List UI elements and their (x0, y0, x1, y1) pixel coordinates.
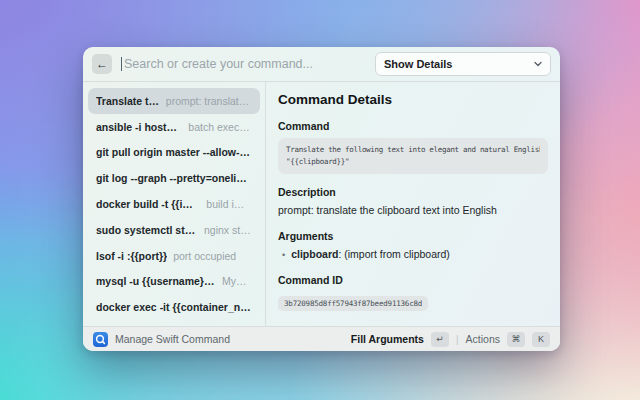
arrow-left-icon: ← (96, 57, 108, 71)
command-title: mysql -u {{username}} -p -... (96, 275, 216, 287)
manage-app-label[interactable]: Manage Swift Command (115, 333, 230, 345)
command-list: Translate the...prompt: translate th...a… (83, 82, 266, 326)
command-title: git pull origin master --allow-unrelat..… (96, 146, 252, 158)
search-field-wrap (121, 57, 366, 71)
command-code-block: Translate the following text into elegan… (278, 138, 548, 174)
command-details-panel: Command Details Command Translate the fo… (266, 82, 560, 326)
command-key-badge: ⌘ (507, 332, 525, 347)
command-id-value: 3b720985d8ff57943f87beed91136c8d (278, 296, 428, 311)
main-content: Translate the...prompt: translate th...a… (83, 82, 560, 326)
command-hint: batch execution (188, 121, 252, 133)
argument-name: clipboard (291, 248, 338, 260)
list-item[interactable]: git pull origin master --allow-unrelat..… (88, 140, 260, 166)
list-item[interactable]: lsof -i :{{port}}port occupied (88, 243, 260, 269)
list-item[interactable]: ansible -i hosts all...batch execution (88, 114, 260, 140)
swift-command-window: ← Show Details Translate the...prompt: t… (83, 47, 560, 351)
k-key-badge: K (532, 332, 550, 347)
show-details-dropdown[interactable]: Show Details (375, 52, 551, 76)
list-item[interactable]: Translate the...prompt: translate th... (88, 88, 260, 114)
command-code-line: Translate the following text into elegan… (286, 144, 540, 156)
list-item[interactable]: docker build -t {{image...build image (88, 191, 260, 217)
command-title: docker exec -it {{container_name}}... (96, 301, 252, 313)
argument-description: : (import from clipboard) (338, 248, 449, 260)
command-hint: MySQL (222, 275, 252, 287)
command-hint: prompt: translate th... (166, 95, 252, 107)
enter-key-badge: ↵ (431, 332, 449, 347)
search-input[interactable] (122, 57, 366, 71)
list-item[interactable]: docker exec -it {{container_name}}... (88, 294, 260, 320)
top-bar: ← Show Details (83, 47, 560, 81)
back-button[interactable]: ← (92, 54, 112, 74)
command-hint: build image (206, 198, 252, 210)
command-id-section-label: Command ID (278, 274, 548, 286)
command-title: git log --graph --pretty=oneline --ab... (96, 172, 252, 184)
actions-button[interactable]: Actions (466, 333, 500, 345)
command-title: sudo systemctl status... (96, 224, 198, 236)
command-title: Translate the... (96, 95, 160, 107)
footer-divider: | (456, 334, 459, 345)
chevron-down-icon (534, 61, 542, 67)
list-item[interactable]: sudo systemctl status...nginx status (88, 217, 260, 243)
command-title: ansible -i hosts all... (96, 121, 182, 133)
command-title: lsof -i :{{port}} (96, 250, 167, 262)
details-title: Command Details (278, 92, 548, 107)
command-hint: nginx status (204, 224, 252, 236)
list-item[interactable]: mysql -u {{username}} -p -...MySQL (88, 269, 260, 295)
show-details-label: Show Details (384, 58, 452, 70)
bullet-icon: • (282, 250, 285, 260)
fill-arguments-button[interactable]: Fill Arguments (351, 333, 424, 345)
command-section-label: Command (278, 120, 548, 132)
description-text: prompt: translate the clipboard text int… (278, 204, 548, 216)
app-logo-icon (93, 332, 108, 347)
arguments-section-label: Arguments (278, 230, 548, 242)
command-code-line: "{{clipboard}}" (286, 156, 540, 168)
list-item[interactable]: git log --graph --pretty=oneline --ab... (88, 165, 260, 191)
argument-text: clipboard: (import from clipboard) (291, 248, 450, 260)
argument-item: • clipboard: (import from clipboard) (278, 248, 548, 260)
description-section-label: Description (278, 186, 548, 198)
footer-bar: Manage Swift Command Fill Arguments ↵ | … (83, 326, 560, 351)
command-hint: port occupied (173, 250, 236, 262)
command-title: docker build -t {{image... (96, 198, 200, 210)
